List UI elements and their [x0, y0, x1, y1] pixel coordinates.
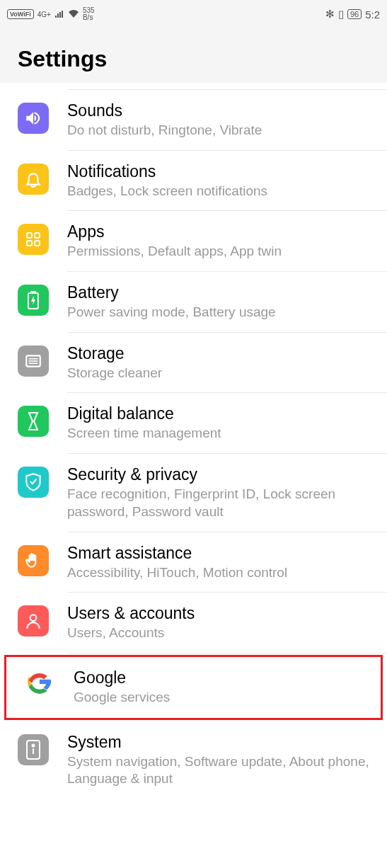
vowifi-indicator: VoWiFi	[7, 9, 34, 19]
data-rate: 535 B/s	[83, 7, 95, 21]
item-title: Notifications	[67, 162, 373, 181]
item-title: Apps	[67, 222, 373, 241]
google-icon	[24, 670, 55, 701]
item-title: Battery	[67, 283, 373, 302]
battery-indicator: 96	[347, 9, 362, 19]
wifi-icon	[68, 10, 79, 18]
settings-item-digital-balance[interactable]: Digital balance Screen time management	[0, 393, 387, 454]
item-subtitle: Badges, Lock screen notifications	[67, 183, 373, 200]
settings-item-security[interactable]: Security & privacy Face recognition, Fin…	[0, 454, 387, 532]
settings-item-storage[interactable]: Storage Storage cleaner	[0, 333, 387, 394]
svg-rect-3	[35, 241, 40, 246]
apps-icon	[18, 224, 49, 255]
system-icon	[18, 734, 49, 765]
smart-assistance-icon	[18, 545, 49, 576]
item-subtitle: Screen time management	[67, 425, 373, 442]
partial-row-top	[67, 83, 387, 90]
battery-icon	[18, 285, 49, 316]
notifications-icon	[18, 164, 49, 195]
settings-item-battery[interactable]: Battery Power saving mode, Battery usage	[0, 272, 387, 333]
svg-rect-0	[27, 233, 32, 238]
item-subtitle: Accessibility, HiTouch, Motion control	[67, 564, 373, 582]
item-subtitle: Users, Accounts	[67, 624, 373, 642]
settings-list[interactable]: Sounds Do not disturb, Ringtone, Vibrate…	[0, 83, 387, 799]
item-subtitle: Storage cleaner	[67, 365, 373, 382]
vibrate-icon: ▯	[338, 8, 344, 21]
status-right: ✻ ▯ 96 5:2	[325, 8, 380, 21]
highlight-google: Google Google services	[4, 655, 383, 720]
users-icon	[18, 605, 49, 636]
svg-rect-1	[35, 233, 40, 238]
status-bar: VoWiFi 4G+ 535 B/s ✻ ▯ 96 5:2	[0, 0, 387, 28]
settings-item-smart-assistance[interactable]: Smart assistance Accessibility, HiTouch,…	[0, 532, 387, 593]
signal-icon	[54, 10, 64, 18]
item-subtitle: Face recognition, Fingerprint ID, Lock s…	[67, 486, 373, 520]
settings-item-apps[interactable]: Apps Permissions, Default apps, App twin	[0, 211, 387, 272]
status-left: VoWiFi 4G+ 535 B/s	[7, 7, 95, 21]
bluetooth-icon: ✻	[325, 8, 335, 21]
item-title: System	[67, 733, 373, 752]
settings-item-system[interactable]: System System navigation, Software updat…	[0, 721, 387, 799]
item-subtitle: Do not disturb, Ringtone, Vibrate	[67, 122, 373, 139]
page-title: Settings	[18, 46, 369, 72]
storage-icon	[18, 346, 49, 377]
item-subtitle: Power saving mode, Battery usage	[67, 304, 373, 321]
item-subtitle: Google services	[74, 689, 366, 707]
item-title: Digital balance	[67, 404, 373, 423]
item-subtitle: System navigation, Software update, Abou…	[67, 753, 373, 788]
item-title: Users & accounts	[67, 604, 373, 623]
svg-point-12	[33, 744, 35, 746]
item-title: Storage	[67, 344, 373, 363]
settings-item-google[interactable]: Google Google services	[6, 657, 381, 718]
settings-item-notifications[interactable]: Notifications Badges, Lock screen notifi…	[0, 151, 387, 212]
network-type: 4G+	[37, 11, 51, 18]
sounds-icon	[18, 103, 49, 134]
settings-item-users[interactable]: Users & accounts Users, Accounts	[0, 593, 387, 653]
digital-balance-icon	[18, 406, 49, 437]
page-header: Settings	[0, 28, 387, 83]
item-subtitle: Permissions, Default apps, App twin	[67, 243, 373, 261]
svg-rect-2	[27, 241, 32, 246]
item-title: Smart assistance	[67, 544, 373, 563]
security-icon	[18, 467, 49, 498]
svg-point-9	[30, 615, 37, 622]
item-title: Security & privacy	[67, 465, 373, 484]
settings-item-sounds[interactable]: Sounds Do not disturb, Ringtone, Vibrate	[0, 90, 387, 151]
item-title: Google	[74, 668, 366, 687]
item-title: Sounds	[67, 101, 373, 120]
clock: 5:2	[365, 8, 380, 21]
